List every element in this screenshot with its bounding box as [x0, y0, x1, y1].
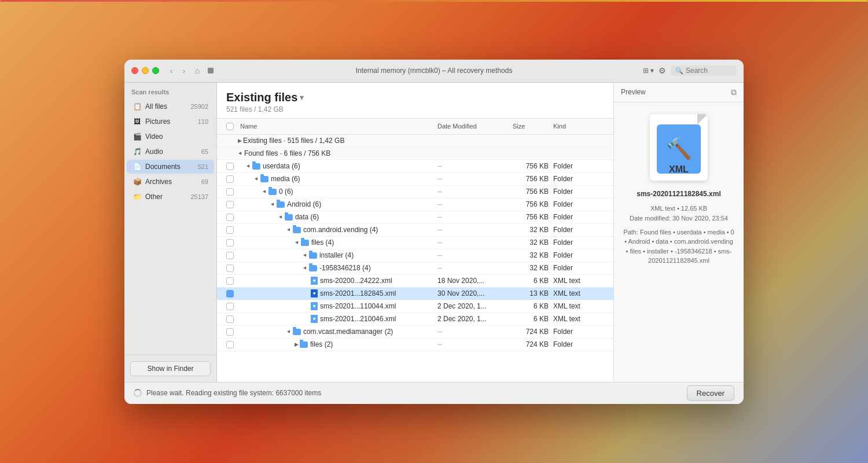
found-section-chevron[interactable]: ▼ — [238, 151, 243, 156]
folder-icon — [300, 341, 308, 348]
sidebar-item-archives[interactable]: 📦 Archives 69 — [127, 175, 214, 189]
back-button[interactable]: ‹ — [166, 65, 176, 76]
table-row[interactable]: ▼ com.android.vending (4) -- 32 KB Folde… — [217, 224, 613, 237]
expand-icon[interactable]: ▼ — [270, 202, 275, 207]
row-name: sms-20200...24222.xml — [320, 277, 392, 285]
stop-button[interactable] — [208, 68, 214, 74]
xml-preview-bg: 🔨 XML — [650, 114, 708, 181]
row-checkbox[interactable] — [226, 341, 234, 348]
row-checkbox[interactable] — [226, 175, 234, 183]
table-row[interactable]: ▼ Android (6) -- 756 KB Folder — [217, 199, 613, 211]
table-row[interactable]: ■ sms-20201...210046.xml 2 Dec 2020, 1..… — [217, 313, 613, 326]
forward-button[interactable]: › — [179, 65, 189, 76]
row-checkbox[interactable] — [226, 163, 234, 170]
close-button[interactable] — [131, 67, 138, 74]
header-size[interactable]: Size — [510, 121, 551, 132]
sidebar-item-audio[interactable]: 🎵 Audio 65 — [127, 145, 214, 159]
sidebar-section-label: Scan results — [124, 83, 216, 99]
row-checkbox[interactable] — [226, 201, 234, 208]
sidebar-item-other[interactable]: 📁 Other 25137 — [127, 190, 214, 204]
table-row-selected[interactable]: ■ sms-20201...182845.xml 30 Nov 2020,...… — [217, 288, 613, 300]
sidebar-item-all-files[interactable]: 📋 All files 25902 — [127, 100, 214, 113]
table-row[interactable]: ▶ files (2) -- 724 KB Folder — [217, 339, 613, 351]
header-kind[interactable]: Kind — [551, 121, 609, 132]
loading-spinner — [134, 389, 142, 397]
folder-icon — [269, 189, 277, 195]
table-row[interactable]: ▼ installer (4) -- 32 KB Folder — [217, 249, 613, 262]
row-checkbox[interactable] — [226, 328, 234, 336]
search-box[interactable]: 🔍 — [671, 65, 737, 76]
sidebar-count-all-files: 25902 — [190, 103, 208, 110]
expand-icon[interactable]: ▶ — [295, 341, 299, 347]
table-row[interactable]: ▼ files (4) -- 32 KB Folder — [217, 237, 613, 249]
table-row[interactable]: ▼ com.vcast.mediamanager (2) -- 724 KB F… — [217, 326, 613, 339]
select-all-checkbox[interactable] — [226, 123, 234, 130]
row-checkbox[interactable] — [226, 239, 234, 247]
fullscreen-button[interactable] — [152, 67, 159, 74]
row-name: files (2) — [310, 340, 333, 348]
table-row[interactable]: ▼ data (6) -- 756 KB Folder — [217, 211, 613, 224]
main-panel: Existing files ▾ 521 files / 1,42 GB Nam… — [217, 83, 613, 382]
table-row[interactable]: ▼ 0 (6) -- 756 KB Folder — [217, 186, 613, 199]
preview-copy-icon[interactable]: ⧉ — [731, 87, 737, 97]
documents-icon: 📄 — [133, 162, 142, 171]
row-checkbox[interactable] — [226, 214, 234, 221]
existing-section-checkbox[interactable] — [222, 139, 238, 142]
row-checkbox-checked[interactable] — [226, 290, 234, 297]
sidebar-item-pictures[interactable]: 🖼 Pictures 110 — [127, 115, 214, 128]
row-name: installer (4) — [319, 251, 354, 259]
row-checkbox[interactable] — [226, 226, 234, 234]
table-row[interactable]: ▼ media (6) -- 756 KB Folder — [217, 173, 613, 186]
expand-icon[interactable]: ▼ — [302, 266, 308, 271]
table-row[interactable]: ▼ userdata (6) -- 756 KB Folder — [217, 160, 613, 173]
preview-content: 🔨 XML sms-20201121182845.xml XML text • … — [614, 102, 744, 382]
existing-files-text: Existing files · 515 files / 1,42 GB — [243, 137, 344, 145]
row-date: -- — [435, 186, 510, 197]
header-name[interactable]: Name — [238, 121, 435, 132]
found-files-section[interactable]: ▼ Found files · 6 files / 756 KB — [217, 148, 613, 160]
expand-icon[interactable]: ▼ — [262, 189, 267, 194]
header-checkbox[interactable] — [222, 121, 238, 132]
row-checkbox[interactable] — [226, 264, 234, 272]
header-date[interactable]: Date Modified — [435, 121, 510, 132]
table-row[interactable]: ■ sms-20201...110044.xml 2 Dec 2020, 1..… — [217, 300, 613, 313]
minimize-button[interactable] — [142, 67, 149, 74]
sidebar-count-documents: 521 — [198, 163, 208, 170]
show-in-finder-button[interactable]: Show in Finder — [130, 361, 211, 376]
status-text: Please wait. Reading existing file syste… — [146, 389, 321, 397]
row-checkbox[interactable] — [226, 277, 234, 285]
recover-button[interactable]: Recover — [687, 385, 734, 401]
expand-icon[interactable]: ▼ — [294, 240, 300, 245]
table-row[interactable]: ■ sms-20200...24222.xml 18 Nov 2020,... … — [217, 275, 613, 288]
title-dropdown-icon[interactable]: ▾ — [300, 93, 304, 102]
search-input[interactable] — [686, 67, 732, 75]
row-checkbox[interactable] — [226, 252, 234, 259]
row-kind: Folder — [551, 263, 609, 273]
row-size: 13 KB — [510, 288, 551, 299]
filter-button[interactable]: ⚙ — [659, 66, 666, 75]
expand-icon[interactable]: ▼ — [245, 164, 251, 169]
table-row[interactable]: ▼ -1958346218 (4) -- 32 KB Folder — [217, 262, 613, 275]
view-toggle-button[interactable]: ⊞ ▾ — [643, 67, 654, 75]
existing-section-chevron[interactable]: ▶ — [238, 138, 242, 144]
expand-icon[interactable]: ▼ — [302, 253, 308, 258]
audio-icon: 🎵 — [133, 147, 142, 156]
existing-files-section[interactable]: ▶ Existing files · 515 files / 1,42 GB — [217, 135, 613, 148]
sidebar-label-pictures: Pictures — [145, 117, 194, 126]
row-checkbox[interactable] — [226, 315, 234, 323]
expand-icon[interactable]: ▼ — [286, 329, 292, 335]
sidebar-item-documents[interactable]: 📄 Documents 521 — [127, 160, 214, 174]
row-checkbox[interactable] — [226, 303, 234, 310]
preview-path: Path: Found files • userdata • media • 0… — [623, 227, 734, 266]
expand-icon[interactable]: ▼ — [253, 177, 259, 182]
found-section-checkbox[interactable] — [222, 152, 238, 155]
row-size: 6 KB — [510, 301, 551, 311]
expand-icon[interactable]: ▼ — [286, 227, 292, 233]
sidebar-item-video[interactable]: 🎬 Video — [127, 130, 214, 144]
row-kind: XML text — [551, 301, 609, 311]
home-button[interactable]: ⌂ — [192, 65, 203, 76]
hammer-icon: 🔨 — [666, 137, 692, 161]
row-size: 32 KB — [510, 225, 551, 235]
row-checkbox[interactable] — [226, 188, 234, 196]
expand-icon[interactable]: ▼ — [278, 215, 284, 220]
